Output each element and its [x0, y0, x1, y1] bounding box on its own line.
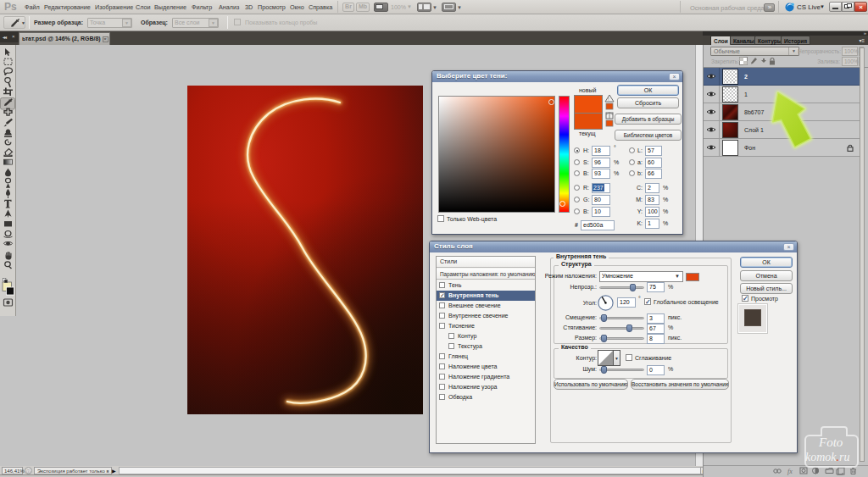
svg-text:!: !: [608, 97, 609, 102]
svg-text:fx: fx: [787, 468, 793, 475]
